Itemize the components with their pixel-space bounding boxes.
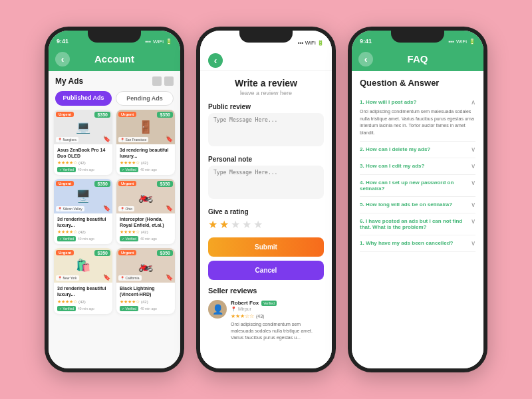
star-3[interactable]: ★ bbox=[231, 218, 240, 231]
phone-review: ▪▪▪ WiFi 🔋 Write a review leave a review… bbox=[196, 27, 336, 372]
star-4[interactable]: ★ bbox=[242, 218, 251, 231]
ads-tabs: Published Ads Pending Ads bbox=[49, 88, 180, 110]
faq-item-7[interactable]: 1. Why have my ads been cancelled? ∨ bbox=[360, 235, 475, 252]
faq-header-title: FAQ bbox=[408, 53, 428, 65]
faq-item-4[interactable]: 4. How can I set up new password on seli… bbox=[360, 175, 475, 197]
chevron-down-icon-4: ∨ bbox=[471, 179, 475, 186]
chevron-down-icon-5: ∨ bbox=[471, 201, 475, 208]
faq-header: FAQ bbox=[352, 49, 483, 71]
wifi-icon-3: WiFi bbox=[456, 39, 467, 45]
faq-item-2[interactable]: 2. How can I delete my ads? ∨ bbox=[360, 142, 475, 158]
bookmark-icon-3[interactable]: 🔖 bbox=[103, 205, 110, 211]
faq-row-7: 1. Why have my ads been cancelled? ∨ bbox=[360, 240, 475, 247]
ad-card-3[interactable]: 🖥️ Urgent $350 📍 Silicon Valley 🔖 3d ren… bbox=[54, 179, 112, 244]
faq-row-2: 2. How can I delete my ads? ∨ bbox=[360, 146, 475, 153]
review-content: Write a review leave a review here Publi… bbox=[200, 71, 332, 368]
ad-info-1: Asus ZenBook Pro 14 Duo OLED ★★★★☆ (42) … bbox=[54, 144, 112, 175]
ad-card-1[interactable]: 💻 Urgent $350 📍 Nanglora 🔖 Asus ZenBook … bbox=[54, 110, 112, 175]
ad-info-4: Interceptor (Honda, Royal Enfield, et.al… bbox=[116, 213, 175, 244]
rating-stars[interactable]: ★ ★ ★ ★ ★ bbox=[208, 218, 324, 231]
cancel-button[interactable]: Cancel bbox=[208, 261, 324, 280]
bookmark-icon[interactable]: 🔖 bbox=[103, 136, 110, 142]
ad-time-3: 40 min ago bbox=[78, 237, 94, 241]
public-review-label: Public review bbox=[208, 103, 324, 110]
ad-card-4[interactable]: 🏍️ Urgent $350 📍 Ohio 🔖 Interceptor (Hon… bbox=[116, 179, 175, 244]
price-badge-2: $350 bbox=[157, 112, 173, 118]
urgent-badge-2: Urgent bbox=[118, 112, 136, 117]
urgent-badge: Urgent bbox=[56, 112, 74, 117]
faq-back-button[interactable] bbox=[358, 52, 373, 66]
ad-stars-6: ★★★★☆ (42) bbox=[120, 299, 172, 305]
reviewer-name-row: Robert Fox Verified bbox=[231, 300, 324, 306]
public-review-input[interactable] bbox=[208, 113, 324, 146]
signal-icon-2: ▪▪▪ WiFi 🔋 bbox=[298, 40, 324, 46]
bookmark-icon-4[interactable]: 🔖 bbox=[166, 205, 173, 211]
pending-ads-tab[interactable]: Pending Ads bbox=[116, 91, 174, 106]
ad-card-2[interactable]: 🚪 Urgent $350 📍 San Francisco 🔖 3d rende… bbox=[116, 110, 175, 175]
status-icons-3: ▪▪▪ WiFi 🔋 bbox=[448, 39, 475, 45]
ad-card-6[interactable]: 🏍️ Urgent $350 📍 California 🔖 Black Ligh… bbox=[116, 248, 175, 313]
faq-item-3[interactable]: 3. How can I edit my ads? ∨ bbox=[360, 158, 475, 175]
faq-question-3: 3. How can I edit my ads? bbox=[360, 163, 468, 169]
bookmark-icon-5[interactable]: 🔖 bbox=[103, 274, 110, 281]
reviewer-location: 📍 Mirpur bbox=[231, 307, 324, 312]
phone-notch bbox=[88, 31, 141, 43]
ad-card-5[interactable]: 🛍️ Urgent $350 📍 New York 🔖 3d rendering… bbox=[54, 248, 112, 313]
price-badge-4: $350 bbox=[157, 181, 173, 187]
star-2[interactable]: ★ bbox=[219, 218, 229, 231]
star-5[interactable]: ★ bbox=[253, 218, 263, 231]
chevron-down-icon-3: ∨ bbox=[471, 162, 475, 170]
status-time-1: 9:41 bbox=[57, 38, 68, 45]
view-toggle[interactable] bbox=[152, 76, 174, 86]
ad-image-3: 🖥️ Urgent $350 📍 Silicon Valley 🔖 bbox=[54, 179, 112, 213]
faq-item-5[interactable]: 5. How long will ads be on selinaira? ∨ bbox=[360, 197, 475, 213]
faq-row-1: 1. How will I post ads? ∧ bbox=[360, 99, 475, 106]
ad-time-2: 40 min ago bbox=[140, 168, 157, 172]
my-ads-title-row: My Ads bbox=[49, 71, 180, 88]
bookmark-icon-2[interactable]: 🔖 bbox=[166, 136, 173, 142]
review-main-title: Write a review bbox=[208, 78, 324, 88]
faq-answer-1: Orci adipiscing condimentum sem malesuad… bbox=[360, 108, 475, 136]
header-title: Account bbox=[94, 53, 134, 65]
wifi-icon: WiFi bbox=[153, 39, 164, 45]
phone-account: 9:41 ▪▪▪ WiFi 🔋 Account My Ads Published… bbox=[45, 27, 184, 372]
urgent-badge-5: Urgent bbox=[56, 250, 74, 255]
ad-image-5: 🛍️ Urgent $350 📍 New York 🔖 bbox=[54, 248, 112, 283]
seller-reviews-title: Seller reviews bbox=[208, 287, 324, 295]
ad-time-4: 40 min ago bbox=[140, 237, 157, 241]
faq-question-4: 4. How can I set up new password on seli… bbox=[360, 180, 468, 192]
account-content: My Ads Published Ads Pending Ads 💻 Urgen… bbox=[49, 71, 180, 368]
seller-review-card: 👤 Robert Fox Verified 📍 Mirpur ★★★☆☆ (43… bbox=[208, 300, 324, 340]
faq-row-4: 4. How can I set up new password on seli… bbox=[360, 180, 475, 192]
faq-question-6: 6. I have posted an ads but I can not fi… bbox=[360, 218, 468, 230]
review-back-button[interactable] bbox=[208, 53, 223, 68]
faq-section-title: Question & Answer bbox=[360, 78, 475, 88]
faq-item-6[interactable]: 6. I have posted an ads but I can not fi… bbox=[360, 213, 475, 235]
back-button[interactable] bbox=[55, 52, 70, 66]
grid-icon[interactable] bbox=[152, 76, 162, 86]
faq-question-2: 2. How can I delete my ads? bbox=[360, 146, 468, 152]
location-tag-3: 📍 Silicon Valley bbox=[56, 206, 84, 211]
published-ads-tab[interactable]: Published Ads bbox=[55, 91, 112, 106]
ad-stars-1: ★★★★☆ (42) bbox=[57, 160, 109, 166]
location-tag-5: 📍 New York bbox=[56, 275, 79, 281]
verified-badge-5: ✓ Verified bbox=[57, 306, 76, 311]
star-1[interactable]: ★ bbox=[208, 218, 217, 231]
verified-badge: ✓ Verified bbox=[57, 167, 76, 172]
urgent-badge-3: Urgent bbox=[56, 181, 74, 186]
personal-note-input[interactable] bbox=[208, 166, 324, 199]
location-tag-4: 📍 Ohio bbox=[118, 206, 134, 211]
faq-question-5: 5. How long will ads be on selinaira? bbox=[360, 201, 468, 207]
urgent-badge-4: Urgent bbox=[118, 181, 136, 186]
status-time-3: 9:41 bbox=[360, 38, 372, 45]
faq-item-1[interactable]: 1. How will I post ads? ∧ Orci adipiscin… bbox=[360, 94, 475, 142]
ad-time-6: 40 min ago bbox=[140, 307, 157, 311]
bookmark-icon-6[interactable]: 🔖 bbox=[166, 274, 173, 281]
ad-title-3: 3d rendering beautiful luxury... bbox=[57, 216, 109, 228]
verified-badge-4: ✓ Verified bbox=[120, 236, 138, 241]
review-subtitle: leave a review here bbox=[208, 90, 324, 96]
submit-button[interactable]: Submit bbox=[208, 237, 324, 257]
list-icon[interactable] bbox=[164, 76, 174, 86]
rating-label: Give a rating bbox=[208, 208, 324, 215]
ad-time: 40 min ago bbox=[78, 168, 94, 172]
